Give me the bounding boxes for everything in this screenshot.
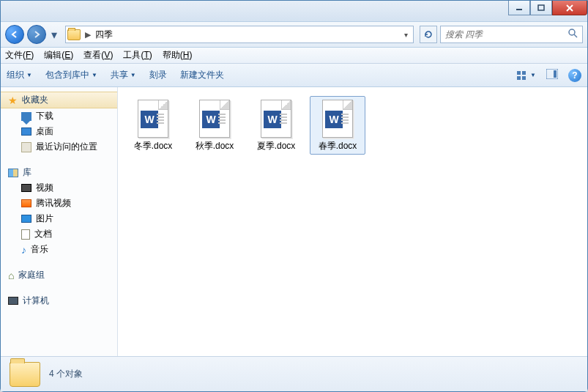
computer-icon	[8, 297, 18, 305]
titlebar	[1, 1, 587, 22]
homegroup-icon: ⌂	[8, 270, 14, 281]
sidebar-libraries-header[interactable]: 库	[1, 165, 117, 180]
share-button[interactable]: 共享 ▼	[111, 69, 136, 81]
maximize-button[interactable]	[530, 1, 552, 15]
video-icon	[21, 184, 31, 192]
include-in-library-button[interactable]: 包含到库中 ▼	[45, 69, 97, 81]
download-icon	[21, 112, 31, 121]
folder-icon	[67, 29, 81, 40]
svg-rect-7	[522, 71, 526, 75]
file-item[interactable]: W 春季.docx	[310, 96, 365, 155]
sidebar-item-tencent-video[interactable]: 腾讯视频	[1, 196, 117, 211]
sidebar-computer-header[interactable]: 计算机	[1, 293, 117, 308]
folder-icon	[10, 362, 40, 387]
burn-button[interactable]: 刻录	[149, 69, 167, 81]
sidebar-item-desktop[interactable]: 桌面	[1, 124, 117, 139]
svg-line-5	[574, 34, 577, 37]
star-icon: ★	[8, 95, 18, 106]
navigation-bar: ▾ ▶ 四季 ▾	[1, 22, 587, 48]
tencent-video-icon	[21, 199, 31, 207]
refresh-button[interactable]	[420, 26, 437, 43]
menu-view[interactable]: 查看(V)	[83, 49, 113, 62]
file-label: 春季.docx	[319, 141, 357, 151]
address-dropdown[interactable]: ▾	[400, 31, 412, 39]
breadcrumb-separator[interactable]: ▶	[85, 30, 91, 40]
svg-rect-1	[538, 5, 544, 10]
menu-file[interactable]: 文件(F)	[5, 49, 34, 62]
desktop-icon	[21, 127, 31, 136]
sidebar-favorites-header[interactable]: ★收藏夹	[1, 92, 117, 108]
menu-edit[interactable]: 编辑(E)	[44, 49, 73, 62]
word-document-icon: W	[322, 100, 353, 138]
documents-icon	[21, 229, 30, 240]
file-label: 夏季.docx	[257, 141, 296, 151]
music-icon: ♪	[21, 244, 26, 256]
pictures-icon	[21, 215, 31, 223]
file-item[interactable]: W 夏季.docx	[248, 96, 304, 155]
svg-rect-9	[522, 76, 526, 80]
organize-button[interactable]: 组织 ▼	[7, 69, 32, 81]
sidebar-homegroup-header[interactable]: ⌂家庭组	[1, 267, 117, 283]
word-document-icon: W	[199, 100, 230, 138]
preview-pane-button[interactable]	[546, 69, 558, 81]
details-pane: 4 个对象	[1, 356, 587, 391]
menubar: 文件(F) 编辑(E) 查看(V) 工具(T) 帮助(H)	[1, 48, 587, 64]
back-button[interactable]	[5, 25, 24, 44]
menu-help[interactable]: 帮助(H)	[163, 49, 193, 62]
file-item[interactable]: W 冬季.docx	[125, 96, 181, 155]
minimize-button[interactable]	[508, 1, 530, 15]
search-icon[interactable]	[567, 28, 578, 41]
search-input[interactable]	[445, 29, 563, 40]
command-bar: 组织 ▼ 包含到库中 ▼ 共享 ▼ 刻录 新建文件夹 ▼ ?	[1, 64, 587, 87]
file-label: 冬季.docx	[134, 141, 173, 151]
file-label: 秋季.docx	[196, 141, 234, 151]
sidebar-item-downloads[interactable]: 下载	[1, 108, 117, 124]
navigation-pane[interactable]: ★收藏夹 下载 桌面 最近访问的位置 库 视频 腾讯视频 图片 文档 ♪音乐 ⌂…	[1, 87, 118, 356]
sidebar-item-recent[interactable]: 最近访问的位置	[1, 139, 117, 155]
file-item[interactable]: W 秋季.docx	[187, 96, 242, 155]
close-button[interactable]	[552, 1, 587, 15]
libraries-icon	[8, 169, 18, 177]
breadcrumb-folder[interactable]: 四季	[95, 29, 113, 41]
word-document-icon: W	[138, 100, 168, 138]
change-view-button[interactable]: ▼	[516, 70, 536, 81]
status-text: 4 个对象	[49, 368, 83, 380]
svg-rect-11	[554, 70, 557, 78]
forward-button[interactable]	[27, 25, 46, 44]
search-box[interactable]	[440, 26, 583, 43]
svg-rect-6	[517, 71, 521, 75]
sidebar-item-music[interactable]: ♪音乐	[1, 242, 117, 257]
help-button[interactable]: ?	[568, 69, 581, 82]
sidebar-item-pictures[interactable]: 图片	[1, 211, 117, 226]
recent-icon	[21, 142, 31, 152]
new-folder-button[interactable]: 新建文件夹	[180, 69, 224, 81]
body: ★收藏夹 下载 桌面 最近访问的位置 库 视频 腾讯视频 图片 文档 ♪音乐 ⌂…	[1, 87, 587, 356]
word-document-icon: W	[261, 100, 291, 138]
file-list[interactable]: W 冬季.docx W 秋季.docx W 夏季.docx W 春季.docx	[118, 87, 587, 356]
svg-point-4	[569, 29, 575, 35]
history-dropdown[interactable]: ▾	[49, 27, 59, 42]
svg-rect-8	[517, 76, 521, 80]
address-bar[interactable]: ▶ 四季 ▾	[65, 26, 414, 43]
sidebar-item-videos[interactable]: 视频	[1, 180, 117, 196]
explorer-window: ▾ ▶ 四季 ▾ 文件(F) 编辑(E) 查看(V) 工具(T) 帮助(H) 组…	[0, 0, 588, 392]
sidebar-item-documents[interactable]: 文档	[1, 226, 117, 242]
menu-tools[interactable]: 工具(T)	[123, 49, 152, 62]
